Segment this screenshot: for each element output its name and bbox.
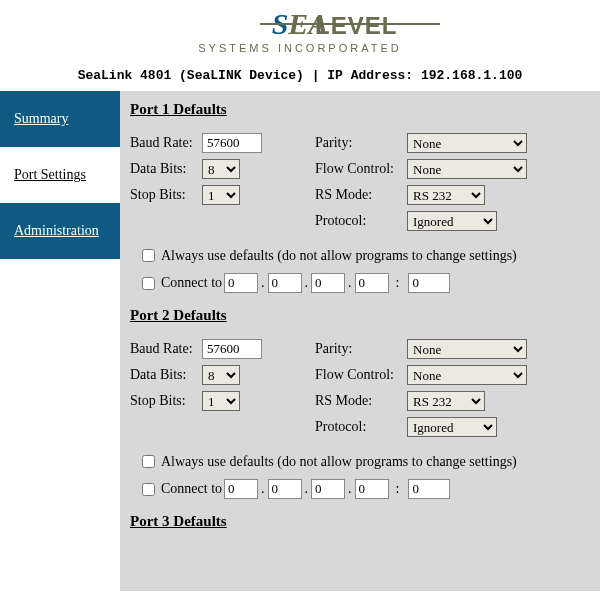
ip-octet-3[interactable] (311, 273, 345, 293)
sidebar-item-label: Port Settings (14, 167, 86, 183)
sidebar-item-summary[interactable]: Summary (0, 91, 120, 147)
label-stop-bits: Stop Bits: (130, 187, 202, 203)
ip-octet-4[interactable] (355, 273, 389, 293)
sidebar-item-administration[interactable]: Administration (0, 203, 120, 259)
label-flow-control: Flow Control: (315, 367, 407, 383)
connect-to-checkbox[interactable] (142, 483, 155, 496)
label-parity: Parity: (315, 341, 407, 357)
ip-port[interactable] (408, 479, 450, 499)
rs-mode-select[interactable]: RS 232 (407, 185, 485, 205)
device-info-line: SeaLink 4801 (SeaLINK Device) | IP Addre… (0, 62, 600, 91)
page-header: SEA LEVEL SYSTEMS INCORPORATED SeaLink 4… (0, 0, 600, 91)
ip-octet-2[interactable] (268, 273, 302, 293)
sidebar-nav: Summary Port Settings Administration (0, 91, 120, 259)
always-defaults-label: Always use defaults (do not allow progra… (161, 454, 517, 470)
ip-port[interactable] (408, 273, 450, 293)
flow-control-select[interactable]: None (407, 159, 527, 179)
data-bits-select[interactable]: 8 (202, 159, 240, 179)
connect-to-label: Connect to (161, 481, 222, 497)
port-2-block: Port 2 Defaults Baud Rate: Data Bits: 8 … (130, 307, 590, 499)
label-rs-mode: RS Mode: (315, 187, 407, 203)
svg-text:SYSTEMS INCORPORATED: SYSTEMS INCORPORATED (198, 42, 401, 54)
label-data-bits: Data Bits: (130, 161, 202, 177)
rs-mode-select[interactable]: RS 232 (407, 391, 485, 411)
data-bits-select[interactable]: 8 (202, 365, 240, 385)
ip-octet-1[interactable] (224, 479, 258, 499)
label-protocol: Protocol: (315, 419, 407, 435)
label-flow-control: Flow Control: (315, 161, 407, 177)
label-parity: Parity: (315, 135, 407, 151)
svg-text:LEVEL: LEVEL (315, 12, 397, 39)
port-1-block: Port 1 Defaults Baud Rate: Data Bits: 8 … (130, 101, 590, 293)
protocol-select[interactable]: Ignored (407, 417, 497, 437)
ip-octet-2[interactable] (268, 479, 302, 499)
stop-bits-select[interactable]: 1 (202, 391, 240, 411)
sidebar-item-label: Administration (14, 223, 99, 239)
parity-select[interactable]: None (407, 339, 527, 359)
always-defaults-label: Always use defaults (do not allow progra… (161, 248, 517, 264)
label-data-bits: Data Bits: (130, 367, 202, 383)
sidebar-item-label: Summary (14, 111, 68, 127)
parity-select[interactable]: None (407, 133, 527, 153)
stop-bits-select[interactable]: 1 (202, 185, 240, 205)
label-baud-rate: Baud Rate: (130, 135, 202, 151)
label-baud-rate: Baud Rate: (130, 341, 202, 357)
ip-octet-1[interactable] (224, 273, 258, 293)
connect-to-checkbox[interactable] (142, 277, 155, 290)
baud-rate-input[interactable] (202, 133, 262, 153)
ip-octet-3[interactable] (311, 479, 345, 499)
protocol-select[interactable]: Ignored (407, 211, 497, 231)
ip-octet-4[interactable] (355, 479, 389, 499)
label-stop-bits: Stop Bits: (130, 393, 202, 409)
label-protocol: Protocol: (315, 213, 407, 229)
flow-control-select[interactable]: None (407, 365, 527, 385)
main-panel: Port 1 Defaults Baud Rate: Data Bits: 8 … (120, 91, 600, 591)
brand-logo: SEA LEVEL SYSTEMS INCORPORATED (150, 6, 450, 62)
baud-rate-input[interactable] (202, 339, 262, 359)
connect-to-label: Connect to (161, 275, 222, 291)
label-rs-mode: RS Mode: (315, 393, 407, 409)
always-defaults-checkbox[interactable] (142, 249, 155, 262)
port-1-heading: Port 1 Defaults (130, 101, 590, 118)
port-2-heading: Port 2 Defaults (130, 307, 590, 324)
sidebar-item-port-settings[interactable]: Port Settings (0, 147, 120, 203)
always-defaults-checkbox[interactable] (142, 455, 155, 468)
port-3-heading: Port 3 Defaults (130, 513, 590, 530)
